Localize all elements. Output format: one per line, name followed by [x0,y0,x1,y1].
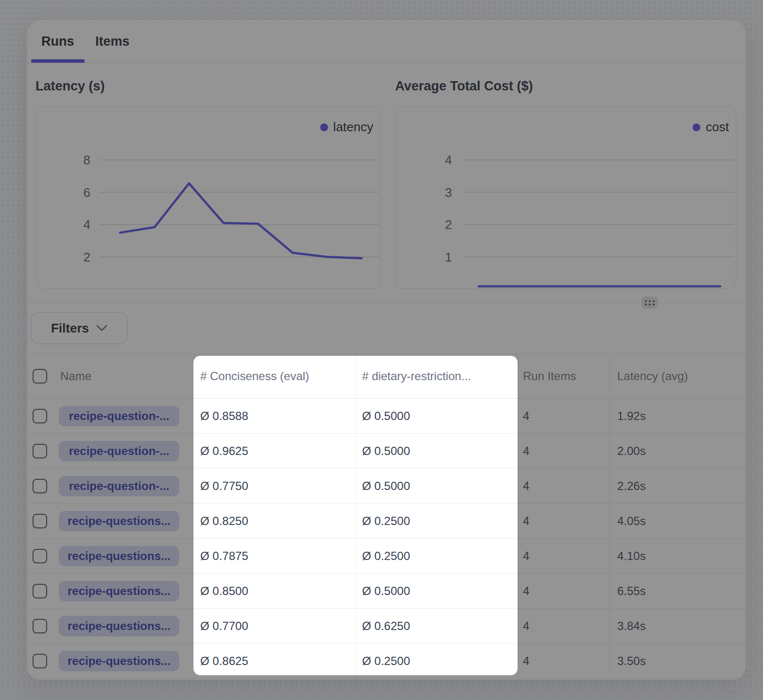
latency-cell: 6.55s [609,574,746,608]
table-row: recipe-questions... Ø 0.8625 Ø 0.2500 4 … [27,644,746,679]
dietary-cell: Ø 0.5000 [356,434,518,468]
legend-dot-icon [693,123,700,131]
runs-table: Name # Conciseness (eval) # dietary-rest… [27,354,746,680]
filters-button[interactable]: Filters [31,312,127,344]
column-header-run-items: Run Items [518,354,609,398]
run-name-badge[interactable]: recipe-questions... [59,546,179,566]
table-row: recipe-question-... Ø 0.7750 Ø 0.5000 4 … [27,469,746,504]
tab-bar: Runs Items [27,20,746,63]
run-name-badge[interactable]: recipe-questions... [59,616,179,636]
table-row: recipe-questions... Ø 0.7875 Ø 0.2500 4 … [27,539,746,574]
dietary-cell: Ø 0.5000 [356,574,518,608]
conciseness-cell: Ø 0.7750 [194,469,356,503]
page-background: Runs Items Latency (s) Average Total Cos… [0,0,763,700]
svg-text:1: 1 [445,250,452,264]
latency-cell: 2.00s [609,434,746,468]
latency-cell: 3.50s [609,644,746,678]
cost-chart-title: Average Total Cost ($) [395,79,533,94]
dietary-cell: Ø 0.6250 [356,609,518,643]
run-items-cell: 4 [518,434,609,468]
latency-cell: 1.92s [609,399,746,433]
column-header-latency-avg: Latency (avg) [609,354,746,398]
column-header-name: Name [57,354,194,398]
run-items-cell: 4 [518,539,609,573]
table-row: recipe-question-... Ø 0.8588 Ø 0.5000 4 … [27,399,746,434]
latency-chart: 8642 latency [36,106,381,289]
latency-cell: 2.26s [609,469,746,503]
table-header: Name # Conciseness (eval) # dietary-rest… [27,354,746,399]
row-checkbox[interactable] [33,514,47,528]
table-row: recipe-questions... Ø 0.8500 Ø 0.5000 4 … [27,574,746,609]
filters-button-label: Filters [51,321,89,336]
run-items-cell: 4 [518,399,609,433]
run-name-badge[interactable]: recipe-question-... [59,441,179,461]
row-checkbox[interactable] [33,479,47,493]
latency-cell: 4.05s [609,504,746,538]
table-row: recipe-questions... Ø 0.8250 Ø 0.2500 4 … [27,504,746,539]
cost-legend-label: cost [706,120,729,135]
dietary-cell: Ø 0.5000 [356,469,518,503]
table-row: recipe-question-... Ø 0.9625 Ø 0.5000 4 … [27,434,746,469]
svg-text:4: 4 [445,153,452,167]
svg-text:8: 8 [84,153,90,167]
tab-runs[interactable]: Runs [31,20,85,63]
runs-panel: Runs Items Latency (s) Average Total Cos… [27,19,746,680]
dietary-cell: Ø 0.5000 [356,399,518,433]
row-checkbox[interactable] [33,619,47,633]
conciseness-cell: Ø 0.8250 [194,504,356,538]
latency-legend-label: latency [333,120,373,135]
table-row: recipe-questions... Ø 0.7700 Ø 0.6250 4 … [27,609,746,644]
run-items-cell: 4 [518,609,609,643]
dietary-cell: Ø 0.2500 [356,504,518,538]
tab-items[interactable]: Items [90,20,135,63]
row-checkbox[interactable] [33,654,47,668]
conciseness-cell: Ø 0.7875 [194,539,356,573]
svg-text:3: 3 [445,185,452,200]
run-name-badge[interactable]: recipe-question-... [59,476,179,496]
latency-chart-title: Latency (s) [35,79,105,94]
column-header-dietary-restriction: # dietary-restriction... [356,354,518,398]
run-name-badge[interactable]: recipe-question-... [59,406,179,426]
chevron-down-icon [96,325,107,332]
select-all-checkbox[interactable] [33,369,47,384]
svg-text:6: 6 [84,185,90,200]
row-checkbox[interactable] [33,444,47,458]
tab-runs-label: Runs [41,34,74,49]
run-name-badge[interactable]: recipe-questions... [59,511,179,531]
run-name-badge[interactable]: recipe-questions... [59,581,179,601]
column-header-conciseness: # Conciseness (eval) [194,354,356,398]
conciseness-cell: Ø 0.8625 [194,644,356,678]
run-items-cell: 4 [518,504,609,538]
latency-legend: latency [320,120,373,135]
cost-chart: 4321 cost [395,106,736,289]
legend-dot-icon [320,123,328,131]
run-items-cell: 4 [518,644,609,678]
svg-text:2: 2 [445,217,452,232]
section-divider [27,302,746,303]
run-items-cell: 4 [518,469,609,503]
conciseness-cell: Ø 0.9625 [194,434,356,468]
latency-cell: 4.10s [609,539,746,573]
conciseness-cell: Ø 0.8588 [194,399,356,433]
conciseness-cell: Ø 0.7700 [194,609,356,643]
row-checkbox[interactable] [33,409,47,423]
conciseness-cell: Ø 0.8500 [194,574,356,608]
dietary-cell: Ø 0.2500 [356,539,518,573]
cost-chart-svg: 4321 [396,107,736,288]
active-tab-indicator [31,59,85,63]
run-name-badge[interactable]: recipe-questions... [59,651,179,671]
svg-text:4: 4 [84,217,90,232]
row-checkbox[interactable] [33,584,47,598]
tab-items-label: Items [95,34,130,49]
dietary-cell: Ø 0.2500 [356,644,518,678]
svg-text:2: 2 [84,250,90,264]
panel-resize-handle[interactable] [642,297,658,309]
run-items-cell: 4 [518,574,609,608]
grip-dots-icon [644,299,655,306]
cost-legend: cost [693,120,729,135]
row-checkbox[interactable] [33,549,47,563]
latency-cell: 3.84s [609,609,746,643]
